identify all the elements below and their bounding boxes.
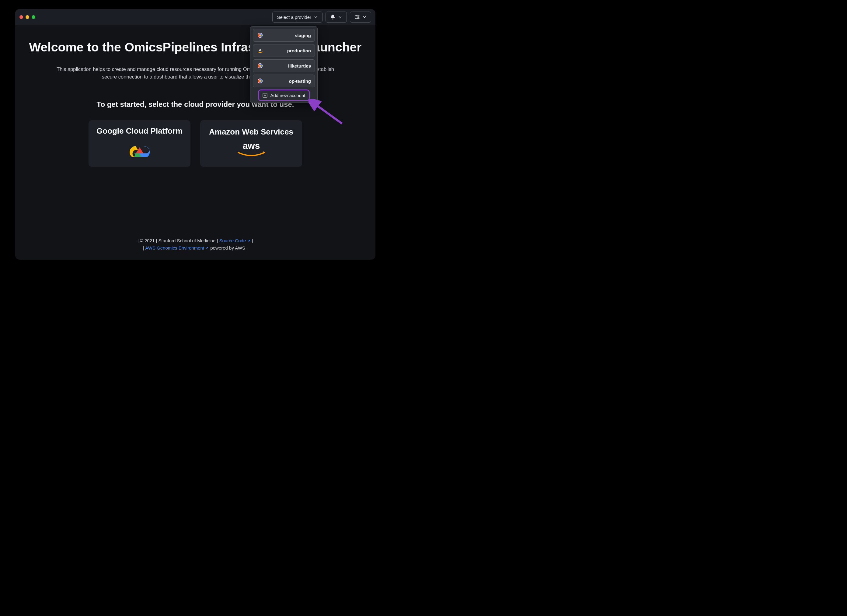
external-link-icon bbox=[205, 246, 209, 250]
chevron-down-icon bbox=[338, 15, 342, 19]
chevron-down-icon bbox=[314, 15, 318, 19]
gcp-icon bbox=[257, 62, 263, 69]
traffic-lights bbox=[19, 15, 35, 19]
account-item-label: iliketurtles bbox=[288, 63, 311, 68]
account-item-label: production bbox=[287, 48, 311, 53]
account-item-label: op-testing bbox=[289, 78, 311, 84]
svg-point-11 bbox=[259, 65, 261, 66]
footer-aws-trail: powered by AWS | bbox=[210, 245, 248, 251]
app-window: Select a provider Welcome to the OmicsPi… bbox=[15, 9, 375, 260]
account-item-iliketurtles[interactable]: iliketurtles bbox=[253, 59, 315, 72]
account-item-production[interactable]: a production bbox=[253, 44, 315, 57]
account-item-staging[interactable]: staging bbox=[253, 29, 315, 42]
minimize-window-icon[interactable] bbox=[25, 15, 29, 19]
source-code-link-label: Source Code bbox=[219, 238, 246, 243]
plus-square-icon bbox=[262, 93, 268, 98]
svg-point-5 bbox=[356, 18, 357, 19]
svg-point-8 bbox=[259, 34, 261, 36]
chevron-down-icon bbox=[362, 15, 367, 19]
select-provider-dropdown[interactable]: Select a provider bbox=[272, 12, 323, 22]
footer-copyright: | © 2021 | Stanford School of Medicine | bbox=[137, 238, 219, 243]
external-link-icon bbox=[247, 239, 251, 242]
maximize-window-icon[interactable] bbox=[32, 15, 35, 19]
svg-point-1 bbox=[356, 15, 357, 16]
provider-card-gcp[interactable]: Google Cloud Platform bbox=[89, 120, 190, 167]
provider-card-aws-title: Amazon Web Services bbox=[209, 127, 293, 137]
aws-icon: a bbox=[257, 47, 263, 54]
aws-genomics-link[interactable]: AWS Genomics Environment bbox=[145, 245, 210, 251]
aws-genomics-link-label: AWS Genomics Environment bbox=[145, 245, 204, 251]
bell-icon bbox=[330, 14, 336, 20]
gcp-icon bbox=[257, 32, 263, 38]
provider-card-aws[interactable]: Amazon Web Services aws bbox=[200, 120, 302, 167]
svg-text:a: a bbox=[259, 47, 261, 52]
provider-card-gcp-title: Google Cloud Platform bbox=[96, 126, 183, 136]
svg-text:aws: aws bbox=[242, 140, 260, 151]
add-new-account-label: Add new account bbox=[270, 93, 305, 98]
footer-sep: | bbox=[252, 238, 253, 243]
account-item-label: staging bbox=[295, 33, 311, 38]
titlebar: Select a provider bbox=[15, 9, 375, 25]
aws-logo-icon: aws bbox=[235, 140, 268, 160]
sliders-icon bbox=[354, 14, 360, 20]
close-window-icon[interactable] bbox=[19, 15, 23, 19]
settings-button[interactable] bbox=[350, 12, 371, 22]
provider-dropdown-panel: staging a production iliketurtles op-tes… bbox=[250, 26, 317, 103]
select-provider-label: Select a provider bbox=[277, 15, 311, 20]
source-code-link[interactable]: Source Code bbox=[219, 238, 252, 243]
footer: | © 2021 | Stanford School of Medicine |… bbox=[15, 237, 375, 252]
add-new-account-button[interactable]: Add new account bbox=[259, 90, 309, 100]
gcp-icon bbox=[257, 78, 263, 84]
svg-point-13 bbox=[259, 80, 261, 82]
account-item-op-testing[interactable]: op-testing bbox=[253, 75, 315, 87]
notifications-button[interactable] bbox=[326, 12, 347, 22]
main-content: Welcome to the OmicsPipelines Infrastruc… bbox=[15, 25, 375, 167]
gcp-logo-icon bbox=[126, 139, 153, 161]
svg-point-3 bbox=[358, 17, 359, 18]
